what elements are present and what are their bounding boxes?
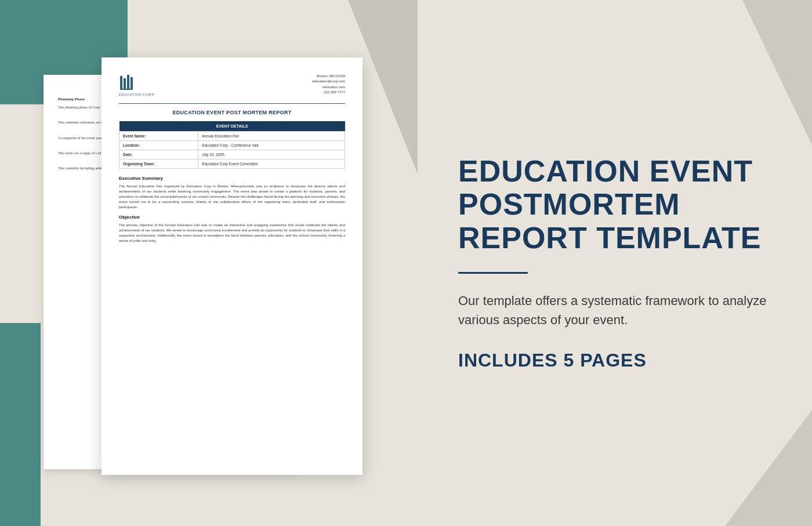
table-header: EVENT DETAILS [119, 121, 345, 132]
row4-label: Organizing Team: [119, 159, 198, 168]
objective-heading: Objective [119, 215, 345, 220]
svg-rect-1 [124, 78, 126, 89]
event-details-table: EVENT DETAILS Event Name: Annual Educati… [119, 121, 345, 169]
logo-area: EDUCATION CORP [119, 74, 154, 96]
description-text: Our template offers a systematic framewo… [458, 291, 771, 329]
table-row: Event Name: Annual Education Fair [119, 131, 345, 140]
row3-label: Date: [119, 150, 198, 159]
svg-rect-4 [120, 89, 133, 90]
svg-rect-0 [120, 76, 122, 89]
contact-email: education@corp.com [312, 79, 345, 85]
contact-info: Boston, MA 02108 education@corp.com educ… [312, 74, 345, 96]
contact-website: education.com [312, 85, 345, 90]
svg-rect-3 [130, 77, 133, 89]
contact-address: Boston, MA 02108 [312, 74, 345, 79]
executive-summary-heading: Executive Summary [119, 176, 345, 181]
row2-value: Education Corp - Conference Hall [198, 140, 345, 150]
right-gray-shape-top [696, 0, 812, 145]
logo-text: EDUCATION CORP [119, 93, 154, 96]
front-document: EDUCATION CORP Boston, MA 02108 educatio… [102, 57, 362, 475]
table-row: Location: Education Corp - Conference Ha… [119, 140, 345, 150]
row1-value: Annual Education Fair [198, 131, 345, 140]
contact-phone: 222 555 7777 [312, 90, 345, 96]
row2-label: Location: [119, 140, 198, 150]
right-gray-shape-bottom [725, 410, 812, 526]
header-divider [119, 103, 345, 104]
table-row: Organizing Team: Education Corp Event Co… [119, 159, 345, 168]
teal-block-bottom [0, 323, 41, 526]
title-divider [458, 272, 528, 274]
company-logo-icon [119, 74, 140, 91]
includes-text: INCLUDES 5 PAGES [458, 350, 771, 371]
row3-value: July 15, 2055 [198, 150, 345, 159]
right-section: EDUCATION EVENT POSTMORTEM REPORT TEMPLA… [418, 0, 812, 526]
document-title: EDUCATION EVENT POST MORTEM REPORT [119, 110, 345, 115]
row4-value: Education Corp Event Committee [198, 159, 345, 168]
left-section: Planning Phase The planning phase of Cor… [0, 0, 418, 526]
objective-text: The primary objective of the Annual Educ… [119, 223, 345, 244]
row1-label: Event Name: [119, 131, 198, 140]
main-title: EDUCATION EVENT POSTMORTEM REPORT TEMPLA… [458, 155, 771, 255]
executive-summary-text: The Annual Education Fair organized by E… [119, 184, 345, 210]
document-stack: Planning Phase The planning phase of Cor… [55, 57, 362, 492]
document-header: EDUCATION CORP Boston, MA 02108 educatio… [119, 74, 345, 96]
table-row: Date: July 15, 2055 [119, 150, 345, 159]
svg-rect-2 [127, 75, 129, 89]
